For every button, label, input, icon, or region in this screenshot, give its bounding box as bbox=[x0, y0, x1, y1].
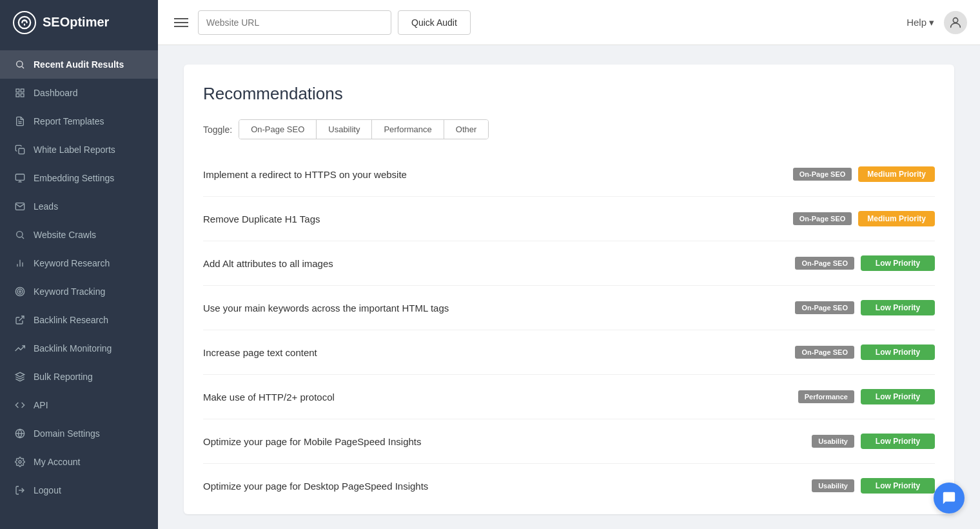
priority-badge: Low Priority bbox=[861, 300, 935, 315]
svg-marker-22 bbox=[15, 372, 24, 377]
recommendation-text: Implement a redirect to HTTPS on your we… bbox=[203, 169, 787, 180]
file-text-icon bbox=[14, 115, 26, 127]
table-row: Make use of HTTP/2+ protocol Performance… bbox=[203, 375, 935, 419]
logo: SEOptimer bbox=[0, 0, 158, 45]
svg-line-2 bbox=[22, 66, 24, 68]
toggle-tab-other[interactable]: Other bbox=[444, 120, 489, 139]
sidebar-item-label: Bulk Reporting bbox=[34, 372, 93, 382]
sidebar-item-label: Recent Audit Results bbox=[34, 59, 124, 70]
mail-icon bbox=[14, 201, 26, 212]
sidebar: Recent Audit Results Dashboard Report Te… bbox=[0, 45, 158, 529]
toggle-tab-usability[interactable]: Usability bbox=[317, 120, 372, 139]
toggle-tabs: On-Page SEOUsabilityPerformanceOther bbox=[239, 119, 489, 139]
sidebar-item-white-label-reports[interactable]: White Label Reports bbox=[0, 135, 158, 164]
table-row: Remove Duplicate H1 Tags On-Page SEO Med… bbox=[203, 197, 935, 241]
menu-toggle-button[interactable] bbox=[171, 15, 191, 30]
table-row: Optimize your page for Desktop PageSpeed… bbox=[203, 464, 935, 508]
svg-line-14 bbox=[22, 237, 24, 239]
category-badge: On-Page SEO bbox=[795, 257, 854, 270]
priority-badge: Low Priority bbox=[861, 255, 935, 271]
sidebar-item-label: Backlink Monitoring bbox=[34, 343, 112, 354]
recommendation-text: Remove Duplicate H1 Tags bbox=[203, 214, 787, 225]
priority-badge: Low Priority bbox=[861, 344, 935, 360]
recommendation-text: Optimize your page for Mobile PageSpeed … bbox=[203, 436, 805, 447]
globe-icon bbox=[14, 428, 26, 439]
sidebar-item-keyword-research[interactable]: Keyword Research bbox=[0, 249, 158, 277]
priority-badge: Medium Priority bbox=[858, 166, 935, 182]
sidebar-item-label: Report Templates bbox=[34, 116, 104, 126]
layers-icon bbox=[14, 371, 26, 383]
sidebar-item-report-templates[interactable]: Report Templates bbox=[0, 107, 158, 135]
help-dropdown-icon: ▾ bbox=[929, 17, 934, 28]
toggle-label: Toggle: bbox=[203, 125, 232, 135]
sidebar-item-label: Website Crawls bbox=[34, 230, 96, 240]
toggle-tab-on-page-seo[interactable]: On-Page SEO bbox=[239, 120, 317, 139]
svg-rect-10 bbox=[15, 174, 24, 180]
settings-icon bbox=[14, 456, 26, 468]
sidebar-item-leads[interactable]: Leads bbox=[0, 192, 158, 221]
recommendation-text: Use your main keywords across the import… bbox=[203, 303, 789, 314]
layout: Recent Audit Results Dashboard Report Te… bbox=[0, 45, 980, 529]
sidebar-item-backlink-research[interactable]: Backlink Research bbox=[0, 306, 158, 334]
grid-icon bbox=[14, 87, 26, 99]
header: SEOptimer Quick Audit Help ▾ bbox=[0, 0, 980, 45]
sidebar-item-label: My Account bbox=[34, 457, 80, 467]
recommendation-text: Increase page text content bbox=[203, 347, 789, 358]
category-badge: Usability bbox=[812, 435, 854, 448]
sidebar-item-website-crawls[interactable]: Website Crawls bbox=[0, 221, 158, 249]
svg-point-1 bbox=[17, 61, 23, 67]
external-link-icon bbox=[14, 314, 26, 326]
category-badge: On-Page SEO bbox=[793, 212, 852, 225]
sidebar-item-logout[interactable]: Logout bbox=[0, 476, 158, 504]
recommendations-list: Implement a redirect to HTTPS on your we… bbox=[203, 152, 935, 508]
search-icon bbox=[14, 59, 26, 70]
chat-button[interactable] bbox=[934, 483, 965, 514]
sidebar-item-embedding-settings[interactable]: Embedding Settings bbox=[0, 164, 158, 192]
sidebar-item-domain-settings[interactable]: Domain Settings bbox=[0, 419, 158, 448]
sidebar-item-api[interactable]: API bbox=[0, 391, 158, 419]
search-icon bbox=[14, 229, 26, 241]
sidebar-item-label: Embedding Settings bbox=[34, 173, 114, 183]
recommendation-text: Make use of HTTP/2+ protocol bbox=[203, 392, 792, 403]
header-controls: Quick Audit bbox=[158, 10, 906, 35]
table-row: Add Alt attributes to all images On-Page… bbox=[203, 241, 935, 286]
category-badge: On-Page SEO bbox=[795, 346, 854, 359]
toggle-row: Toggle: On-Page SEOUsabilityPerformanceO… bbox=[203, 119, 935, 139]
svg-point-19 bbox=[17, 289, 23, 294]
target-icon bbox=[14, 286, 26, 297]
header-right: Help ▾ bbox=[906, 11, 967, 34]
recommendations-card: Recommendations Toggle: On-Page SEOUsabi… bbox=[184, 65, 954, 514]
sidebar-item-label: White Label Reports bbox=[34, 145, 115, 155]
monitor-icon bbox=[14, 172, 26, 184]
svg-rect-3 bbox=[16, 89, 19, 92]
sidebar-item-backlink-monitoring[interactable]: Backlink Monitoring bbox=[0, 334, 158, 363]
category-badge: Usability bbox=[812, 479, 854, 492]
priority-badge: Medium Priority bbox=[858, 211, 935, 226]
sidebar-item-label: Leads bbox=[34, 201, 58, 212]
sidebar-item-label: Dashboard bbox=[34, 88, 78, 98]
trending-up-icon bbox=[14, 343, 26, 354]
help-label: Help bbox=[906, 17, 926, 28]
category-badge: Performance bbox=[798, 390, 854, 403]
svg-point-0 bbox=[953, 17, 957, 22]
sidebar-item-label: Keyword Tracking bbox=[34, 286, 105, 297]
table-row: Optimize your page for Mobile PageSpeed … bbox=[203, 419, 935, 464]
sidebar-item-label: Backlink Research bbox=[34, 315, 108, 325]
svg-point-13 bbox=[17, 232, 23, 237]
sidebar-item-bulk-reporting[interactable]: Bulk Reporting bbox=[0, 363, 158, 391]
toggle-tab-performance[interactable]: Performance bbox=[372, 120, 444, 139]
help-button[interactable]: Help ▾ bbox=[906, 17, 934, 28]
sidebar-item-label: Domain Settings bbox=[34, 428, 100, 439]
main-content: Recommendations Toggle: On-Page SEOUsabi… bbox=[158, 45, 980, 529]
sidebar-item-recent-audit-results[interactable]: Recent Audit Results bbox=[0, 50, 158, 79]
sidebar-item-label: API bbox=[34, 400, 48, 410]
svg-rect-5 bbox=[16, 94, 19, 97]
sidebar-item-keyword-tracking[interactable]: Keyword Tracking bbox=[0, 277, 158, 306]
svg-rect-4 bbox=[21, 89, 24, 92]
svg-point-25 bbox=[19, 461, 21, 463]
user-avatar[interactable] bbox=[944, 11, 967, 34]
url-input[interactable] bbox=[198, 10, 391, 35]
quick-audit-button[interactable]: Quick Audit bbox=[398, 10, 471, 35]
sidebar-item-dashboard[interactable]: Dashboard bbox=[0, 79, 158, 107]
sidebar-item-my-account[interactable]: My Account bbox=[0, 448, 158, 476]
